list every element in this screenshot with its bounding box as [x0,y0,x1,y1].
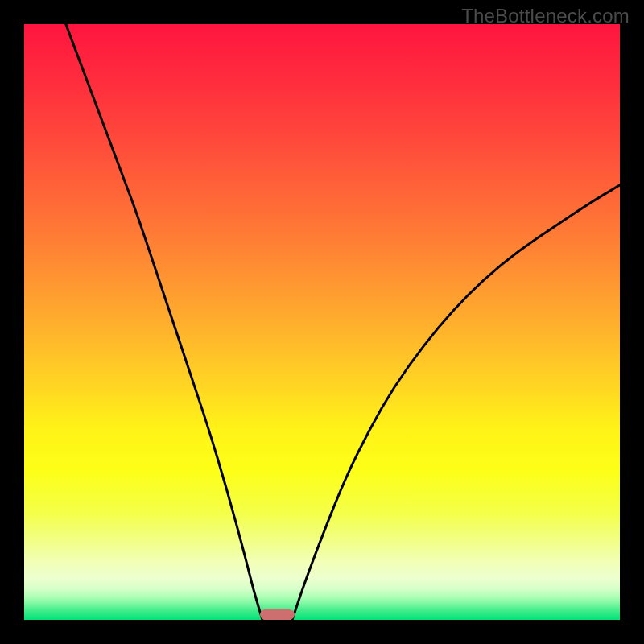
chart-curves [24,24,620,620]
watermark-text: TheBottleneck.com [461,5,630,27]
curve-left-branch [66,24,262,620]
chart-plot-area [24,24,620,620]
bottleneck-marker [260,609,295,620]
curve-right-branch [292,185,620,620]
